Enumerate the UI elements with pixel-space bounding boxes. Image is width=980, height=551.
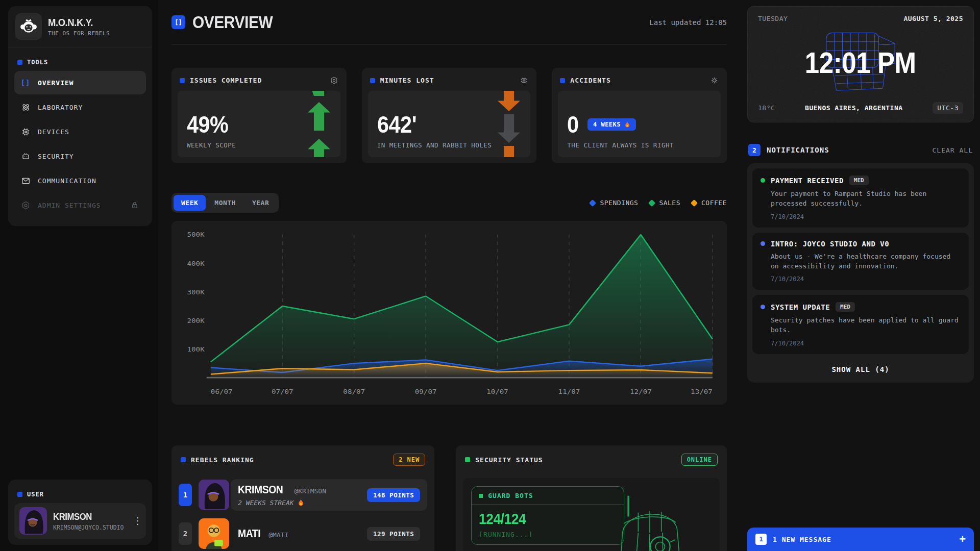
monkey-logo-icon <box>15 13 42 40</box>
svg-text:12/07: 12/07 <box>630 387 652 395</box>
svg-text:300K: 300K <box>187 288 205 295</box>
chart-range-tabs: WEEK MONTH YEAR <box>172 193 279 213</box>
guard-bots-module: GUARD BOTS 124/124 [RUNNING...] <box>471 486 624 545</box>
online-badge: ONLINE <box>681 454 718 466</box>
envelope-icon <box>20 176 31 186</box>
notification-payment-received[interactable]: PAYMENT RECEIVED MED Your payment to Ram… <box>752 168 969 228</box>
points-badge: 148 POINTS <box>367 488 420 502</box>
svg-text:06/07: 06/07 <box>211 387 233 395</box>
notification-system-update[interactable]: SYSTEM UPDATE MED Security patches have … <box>752 295 969 354</box>
user-section-label: USER <box>14 485 146 503</box>
sidebar-user-card: USER KRIMSON KRIMSON@JOYCO.STUDIO ⋮ <box>8 480 152 545</box>
atom-icon <box>20 102 31 112</box>
priority-badge: MED <box>849 176 869 185</box>
fire-icon <box>624 121 630 128</box>
brackets-icon: [] <box>20 78 31 88</box>
blue-square-icon <box>560 78 565 83</box>
diamond-icon <box>691 199 698 206</box>
settings-chip-icon[interactable] <box>520 76 528 85</box>
blue-square-icon <box>180 78 185 83</box>
rebel-name: KRIMSON <box>238 483 283 496</box>
module-value: 124/124 <box>479 510 526 528</box>
sidebar-item-devices[interactable]: DEVICES <box>14 120 146 143</box>
sidebar-item-communication[interactable]: COMMUNICATION <box>14 169 146 192</box>
app-root: M.O.N.K.Y. THE OS FOR REBELS TOOLS [] OV… <box>0 0 980 551</box>
settings-nut-icon[interactable] <box>330 76 338 85</box>
settings-gear-icon[interactable] <box>710 76 719 85</box>
blue-square-icon <box>17 60 22 65</box>
user-info: KRIMSON KRIMSON@JOYCO.STUDIO <box>53 511 124 531</box>
avatar <box>19 507 47 535</box>
rebel-streak: 2 WEEKS STREAK <box>238 498 326 507</box>
module-status: [RUNNING...] <box>479 531 617 538</box>
legend-coffee: COFFEE <box>692 199 727 207</box>
sidebar-item-laboratory[interactable]: LABORATORY <box>14 95 146 119</box>
sidebar: M.O.N.K.Y. THE OS FOR REBELS TOOLS [] OV… <box>0 0 158 551</box>
stat-value-box: 49% WEEKLY SCOPE <box>178 91 340 157</box>
module-name: GUARD BOTS <box>488 492 533 499</box>
svg-text:07/07: 07/07 <box>272 387 293 395</box>
user-name: KRIMSON <box>53 511 92 522</box>
new-message-bar[interactable]: 1 1 NEW MESSAGE + <box>747 528 974 551</box>
sidebar-nav: TOOLS [] OVERVIEW LABORATORY <box>8 47 152 226</box>
clock-day: TUESDAY <box>758 15 788 22</box>
clock-widget: TUESDAY AUGUST 5, 2025 12:01 PM <box>747 6 974 122</box>
stat-card-accidents: ACCIDENTS 0 4 WEEKS <box>552 68 727 163</box>
stat-value-box: 0 4 WEEKS THE CLIENT ALWAYS IS RIGHT <box>558 91 721 157</box>
status-dot <box>761 305 765 309</box>
app-title: M.O.N.K.Y. <box>48 16 93 29</box>
robot-icon <box>20 151 31 161</box>
clear-all-button[interactable]: CLEAR ALL <box>933 146 973 154</box>
sidebar-item-admin-settings[interactable]: ADMIN SETTINGS <box>14 193 146 217</box>
nut-icon <box>20 200 31 210</box>
chip-icon <box>20 127 31 137</box>
trend-up-arrows-icon <box>308 91 330 157</box>
main-content: [] OVERVIEW Last updated 12:05 ISSUES CO… <box>158 0 740 551</box>
sidebar-item-overview[interactable]: [] OVERVIEW <box>14 71 146 94</box>
streak-badge: 4 WEEKS <box>587 118 636 131</box>
message-label: 1 NEW MESSAGE <box>773 536 831 543</box>
green-square-icon <box>479 494 483 498</box>
ranking-row-2[interactable]: 2 MATI @MA <box>179 518 427 549</box>
app-subtitle: THE OS FOR REBELS <box>48 30 110 37</box>
notifications-title: NOTIFICATIONS <box>767 146 829 154</box>
green-square-icon <box>465 457 470 462</box>
bottom-row: REBELS RANKING 2 NEW 1 <box>172 445 727 551</box>
spendings-sales-coffee-chart: 100K200K300K400K500K06/0707/0708/0709/07… <box>178 227 721 398</box>
lock-icon <box>130 200 140 210</box>
sidebar-item-security[interactable]: SECURITY <box>14 144 146 168</box>
user-profile[interactable]: KRIMSON KRIMSON@JOYCO.STUDIO ⋮ <box>14 503 146 539</box>
rebels-ranking-panel: REBELS RANKING 2 NEW 1 <box>172 445 434 551</box>
notification-intro[interactable]: INTRO: JOYCO STUDIO AND V0 About us - We… <box>752 233 969 290</box>
page-title: OVERVIEW <box>192 12 273 32</box>
guard-bot-wireframe <box>606 485 693 551</box>
tab-week[interactable]: WEEK <box>174 195 206 211</box>
clock-date: AUGUST 5, 2025 <box>903 15 963 22</box>
svg-text:100K: 100K <box>187 345 205 353</box>
trend-down-arrows-icon <box>498 91 520 157</box>
show-all-button[interactable]: SHOW ALL (4) <box>752 359 969 378</box>
svg-text:10/07: 10/07 <box>486 387 508 395</box>
rebel-handle: @MATI <box>268 531 288 539</box>
new-count-badge: 2 NEW <box>393 454 425 466</box>
rebel-handle: @KRIMSON <box>294 487 326 495</box>
stat-card-minutes-lost: MINUTES LOST 642' IN MEETINGS AND RABBIT… <box>362 68 537 163</box>
tab-year[interactable]: YEAR <box>244 195 277 211</box>
temperature: 18°C <box>758 104 775 112</box>
sidebar-top-card: M.O.N.K.Y. THE OS FOR REBELS TOOLS [] OV… <box>8 6 152 226</box>
priority-badge: MED <box>836 302 855 312</box>
svg-text:13/07: 13/07 <box>691 387 713 395</box>
svg-text:08/07: 08/07 <box>343 387 365 395</box>
security-status-panel: SECURITY STATUS ONLINE GUARD BOTS 124/12… <box>456 445 727 551</box>
notifications-header: 2 NOTIFICATIONS CLEAR ALL <box>747 144 974 156</box>
user-menu-dots-icon[interactable]: ⋮ <box>130 515 145 527</box>
chart-panel: 100K200K300K400K500K06/0707/0708/0709/07… <box>172 221 727 405</box>
tab-month[interactable]: MONTH <box>207 195 243 211</box>
user-email: KRIMSON@JOYCO.STUDIO <box>53 524 124 531</box>
avatar <box>199 480 229 510</box>
ranking-row-1[interactable]: 1 KRIMSON @KRIMSON <box>179 479 427 511</box>
plus-icon[interactable]: + <box>959 534 966 545</box>
blue-square-icon <box>370 78 375 83</box>
stat-card-issues-completed: ISSUES COMPLETED 49% WEEKLY SCOPE <box>172 68 347 163</box>
rank-badge: 2 <box>179 522 192 545</box>
